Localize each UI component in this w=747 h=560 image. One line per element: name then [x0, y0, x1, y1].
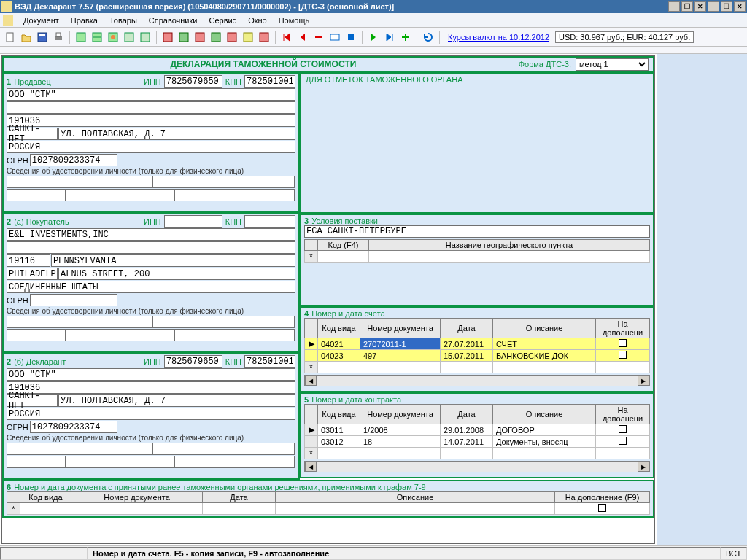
declarant-identity-row[interactable] [7, 443, 295, 455]
seller-street[interactable]: УЛ. ПОЛТАВСКАЯ, Д. 7 [58, 128, 295, 140]
menu-references[interactable]: Справочники [143, 15, 204, 26]
restore-child-button[interactable]: ❐ [721, 1, 732, 12]
declaration-header: ДЕКЛАРАЦИЯ ТАМОЖЕННОЙ СТОИМОСТИ Форма ДТ… [2, 56, 654, 72]
declarant-kpp-input[interactable] [244, 355, 295, 368]
nav-stop-icon[interactable] [344, 30, 358, 44]
contracts-grid[interactable]: Код вида Номер документа Дата Описание Н… [304, 404, 650, 459]
sheet5-icon[interactable] [138, 30, 152, 44]
grid4-icon[interactable] [209, 30, 223, 44]
svg-rect-2 [39, 34, 45, 36]
seller-ogrn-input[interactable] [30, 154, 117, 166]
buyer-region[interactable]: PENNSYLVANIA [51, 254, 295, 267]
buyer-zip[interactable]: 19116 [7, 254, 50, 267]
rates-link[interactable]: Курсы валют на 10.12.2012 [448, 33, 549, 42]
buyer-country[interactable]: СОЕДИНЕННЫЕ ШТАТЫ [7, 281, 295, 293]
menu-service[interactable]: Сервис [203, 15, 242, 26]
declarant-street[interactable]: УЛ. ПОЛТАВСКАЯ, Д. 7 [58, 394, 295, 407]
menu-help[interactable]: Помощь [273, 15, 316, 26]
seller-company[interactable]: ООО "СТМ" [7, 88, 295, 101]
seller-inn-input[interactable] [164, 75, 222, 88]
contracts-section: 5Номер и дата контракта Код вида Номер д… [300, 392, 654, 478]
svg-rect-13 [179, 33, 188, 42]
print-icon[interactable] [51, 30, 66, 44]
declarant-city[interactable]: САНКТ-ПЕТ [7, 394, 58, 407]
close-button[interactable]: ✕ [694, 1, 706, 12]
new-doc-icon[interactable] [3, 30, 18, 44]
seller-kpp-input[interactable] [244, 75, 295, 88]
seller-identity-row[interactable] [7, 176, 295, 188]
declarant-inn-input[interactable] [164, 355, 222, 368]
declaration-title: ДЕКЛАРАЦИЯ ТАМОЖЕННОЙ СТОИМОСТИ [8, 59, 519, 69]
seller-identity-note: Сведения об удостоверении личности (толь… [7, 167, 295, 175]
nav-counter-icon[interactable] [328, 30, 342, 44]
seller-empty1[interactable] [7, 101, 295, 114]
nav-first-icon[interactable] [279, 30, 294, 44]
sheet2-icon[interactable] [90, 30, 104, 44]
scroll-right-icon[interactable]: ▶ [638, 462, 649, 472]
method-select[interactable]: метод 1 [576, 58, 649, 71]
section6-grid[interactable]: Код вида Номер документа Дата Описание Н… [7, 491, 650, 515]
inn-label: ИНН [144, 77, 161, 86]
nav-last-icon[interactable] [382, 30, 397, 44]
grid2-icon[interactable] [177, 30, 191, 44]
delivery-grid[interactable]: Код (F4)Название географического пункта … [304, 239, 650, 262]
menu-document[interactable]: Документ [18, 15, 65, 26]
refresh-icon[interactable] [421, 30, 436, 44]
grid6-icon[interactable] [241, 30, 255, 44]
buyer-street[interactable]: ALNUS STREET, 200 [58, 268, 295, 280]
declarant-ogrn-input[interactable] [30, 421, 117, 433]
sheet4-icon[interactable] [122, 30, 136, 44]
menu-window[interactable]: Окно [242, 15, 273, 26]
grid1-icon[interactable] [160, 30, 175, 44]
close-child-button[interactable]: ✕ [734, 1, 746, 12]
buyer-company[interactable]: E&L INVESTMENTS,INC [7, 228, 295, 241]
buyer-identity-row[interactable] [7, 316, 295, 328]
buyer-ogrn-input[interactable] [30, 294, 117, 306]
status-mode: ВСТ [721, 547, 747, 560]
scroll-right-icon[interactable]: ▶ [638, 376, 649, 386]
accounts-grid[interactable]: Код вида Номер документа Дата Описание Н… [304, 318, 650, 373]
buyer-empty1[interactable] [7, 241, 295, 254]
nav-minus-icon[interactable] [311, 30, 326, 44]
accounts-scrollbar[interactable]: ◀ ▶ [304, 375, 650, 386]
kpp-label: КПП [225, 77, 241, 86]
restore-button[interactable]: ❐ [681, 1, 693, 12]
scroll-left-icon[interactable]: ◀ [305, 462, 317, 472]
grid5-icon[interactable] [225, 30, 239, 44]
nav-prev-icon[interactable] [295, 30, 310, 44]
menu-goods[interactable]: Товары [104, 15, 143, 26]
nav-plus-icon[interactable] [398, 30, 413, 44]
doc-icon [3, 15, 13, 26]
svg-rect-15 [212, 33, 220, 42]
save-icon[interactable] [35, 30, 50, 44]
svg-rect-16 [228, 33, 236, 42]
declarant-identity-row2[interactable] [7, 456, 295, 468]
open-icon[interactable] [19, 30, 34, 44]
grid3-icon[interactable] [193, 30, 207, 44]
menu-edit[interactable]: Правка [65, 15, 104, 26]
sheet3-icon[interactable] [106, 30, 120, 44]
grid7-icon[interactable] [257, 30, 271, 44]
buyer-inn-input[interactable] [164, 215, 222, 228]
minimize-child-button[interactable]: _ [708, 1, 719, 12]
minimize-button[interactable]: _ [668, 1, 680, 12]
delivery-terms[interactable]: FCA САНКТ-ПЕТЕРБУРГ [304, 225, 650, 238]
seller-city[interactable]: САНКТ-ПЕТ [7, 128, 58, 140]
svg-rect-21 [348, 34, 354, 40]
scroll-left-icon[interactable]: ◀ [305, 376, 317, 386]
window-title: ВЭД Декларант 7.57 (расширенная версия) … [15, 2, 668, 11]
svg-rect-0 [7, 33, 13, 42]
table-row: ▶ 04021 27072011-1 27.07.2011 СЧЕТ [305, 338, 650, 350]
declarant-company[interactable]: ООО "СТМ" [7, 368, 295, 381]
seller-identity-row2[interactable] [7, 189, 295, 201]
buyer-city[interactable]: PHILADELP [7, 268, 58, 280]
buyer-identity-row2[interactable] [7, 329, 295, 341]
accounts-section: 4Номер и дата счёта Код вида Номер докум… [300, 306, 654, 392]
svg-rect-12 [163, 33, 172, 42]
svg-rect-17 [244, 33, 252, 42]
contracts-scrollbar[interactable]: ◀ ▶ [304, 461, 650, 472]
sheet1-icon[interactable] [74, 30, 88, 44]
buyer-kpp-input[interactable] [244, 215, 295, 228]
buyer-section: 2(а) Покупатель ИНН КПП E&L INVESTMENTS,… [2, 212, 300, 352]
nav-play-icon[interactable] [366, 30, 381, 44]
